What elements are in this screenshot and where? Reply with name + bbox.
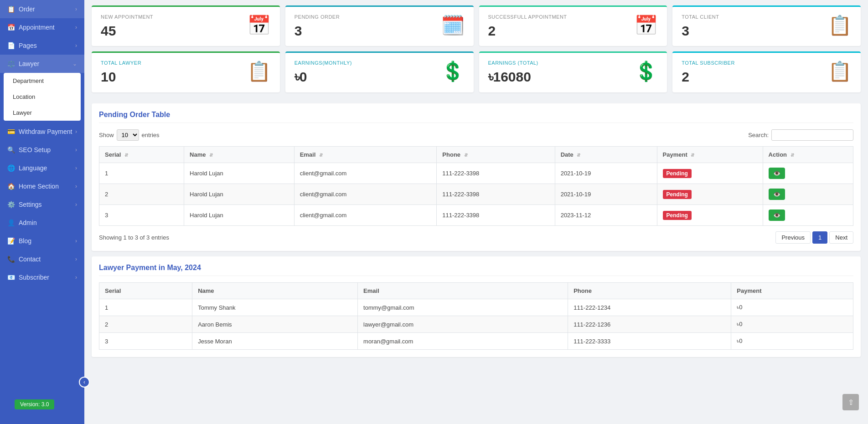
- showing-text: Showing 1 to 3 of 3 entries: [99, 234, 169, 241]
- submenu-item-department[interactable]: Department: [4, 73, 81, 89]
- cell-date: 2021-10-19: [555, 184, 657, 205]
- list-icon: 📋: [828, 14, 852, 36]
- stat-card-new-appointment: NEW APPOINTMENT 45 📅: [92, 5, 280, 46]
- chevron-right-icon: ›: [75, 6, 77, 12]
- sidebar-item-seo-setup[interactable]: 🔍 SEO Setup ›: [0, 141, 84, 159]
- sidebar-item-pages[interactable]: 📄 Pages ›: [0, 36, 84, 55]
- sort-icon-payment: ⇵: [691, 153, 694, 158]
- view-button[interactable]: 👁️: [769, 168, 785, 179]
- chevron-right-icon: ›: [75, 147, 77, 153]
- cell-payment: Pending: [657, 163, 763, 184]
- cell-serial: 3: [99, 205, 184, 226]
- chevron-right-icon: ›: [75, 165, 77, 171]
- table-row: 3 Harold Lujan client@gmail.com 111-222-…: [99, 205, 853, 226]
- sidebar-item-label: Lawyer: [19, 60, 39, 67]
- chevron-right-icon: ›: [75, 128, 77, 135]
- version-badge: Version: 3.0: [15, 399, 54, 409]
- lawyer-payment-table: Serial Name Email Phone Payment 1 Tommy …: [99, 282, 853, 350]
- table-row: 3 Jesse Moran moran@gmail.com 111-222-33…: [99, 333, 853, 350]
- lawyer-stat-icon: 📋: [247, 60, 271, 82]
- seo-icon: 🔍: [7, 146, 15, 153]
- cell-serial: 1: [99, 299, 192, 316]
- payment-badge: Pending: [663, 190, 692, 199]
- stat-value-total-lawyer: 10: [101, 69, 141, 85]
- search-label: Search:: [748, 132, 769, 138]
- sidebar-item-appointment[interactable]: 📅 Appointment ›: [0, 18, 84, 36]
- stat-value-earnings-total: ৳16080: [488, 69, 538, 85]
- admin-icon: 👤: [7, 219, 15, 226]
- search-control: Search:: [748, 129, 853, 141]
- sidebar-item-home-section[interactable]: 🏠 Home Section ›: [0, 177, 84, 195]
- calendar2-icon: 🗓️: [441, 14, 465, 36]
- view-button[interactable]: 👁️: [769, 189, 785, 200]
- cell-payment: ৳0: [731, 316, 853, 333]
- cell-name: Harold Lujan: [184, 205, 294, 226]
- page-1-button[interactable]: 1: [812, 231, 827, 244]
- chevron-right-icon: ›: [75, 183, 77, 189]
- sidebar-item-admin[interactable]: 👤 Admin: [0, 214, 84, 232]
- cell-date: 2021-10-19: [555, 163, 657, 184]
- sidebar-collapse-button[interactable]: ‹: [79, 377, 90, 388]
- calendar3-icon: 📅: [634, 14, 658, 36]
- col-date: Date ⇵: [555, 147, 657, 163]
- submenu-item-lawyer[interactable]: Lawyer: [4, 105, 81, 121]
- stat-card-earnings-total: EARNINGS (TOTAL) ৳16080 💲: [479, 51, 667, 92]
- cell-name: Jesse Moran: [192, 333, 358, 350]
- search-input[interactable]: [771, 129, 853, 141]
- cell-payment: Pending: [657, 205, 763, 226]
- sort-icon-serial: ⇵: [124, 153, 128, 158]
- entries-select[interactable]: 10 25 50: [117, 129, 139, 141]
- lawyer-icon: ⚖️: [7, 60, 15, 67]
- entries-label: entries: [142, 132, 160, 138]
- cell-action: 👁️: [763, 205, 853, 226]
- sidebar-item-label: Language: [19, 164, 47, 172]
- show-label: Show: [99, 132, 114, 138]
- dollar-monthly-icon: 💲: [441, 60, 465, 82]
- pending-order-table-section: Pending Order Table Show 10 25 50 entrie…: [92, 103, 861, 251]
- sidebar-item-label: Subscriber: [19, 274, 49, 281]
- sidebar-item-order[interactable]: 📋 Order ›: [0, 0, 84, 18]
- dollar-total-icon: 💲: [634, 60, 658, 82]
- sidebar-item-subscriber[interactable]: 📧 Subscriber ›: [0, 268, 84, 286]
- sidebar-item-label: Admin: [19, 219, 37, 226]
- stat-label-earnings-total: EARNINGS (TOTAL): [488, 60, 538, 66]
- sort-icon-action: ⇵: [790, 153, 794, 158]
- sidebar-item-withdraw-payment[interactable]: 💳 Withdraw Payment ›: [0, 123, 84, 141]
- sidebar-item-label: Order: [19, 5, 35, 13]
- sidebar-item-language[interactable]: 🌐 Language ›: [0, 159, 84, 177]
- sidebar-item-label: Withdraw Payment: [19, 128, 72, 135]
- chevron-right-icon: ›: [75, 274, 77, 281]
- col-name: Name ⇵: [184, 147, 294, 163]
- cell-name: Harold Lujan: [184, 184, 294, 205]
- lp-col-payment: Payment: [731, 283, 853, 299]
- stat-card-earnings-monthly: EARNINGS(MONTHLY) ৳0 💲: [285, 51, 474, 92]
- lp-col-phone: Phone: [568, 283, 731, 299]
- blog-icon: 📝: [7, 237, 15, 245]
- sidebar-item-label: Blog: [19, 237, 31, 245]
- cell-phone: 111-222-3333: [568, 333, 731, 350]
- pending-order-title: Pending Order Table: [99, 111, 853, 123]
- submenu-item-location[interactable]: Location: [4, 89, 81, 105]
- sidebar-item-lawyer[interactable]: ⚖️ Lawyer ⌄: [0, 55, 84, 73]
- view-button[interactable]: 👁️: [769, 209, 785, 221]
- sidebar-item-contact[interactable]: 📞 Contact ›: [0, 250, 84, 268]
- pages-icon: 📄: [7, 42, 15, 49]
- subscriber-stat-icon: 📋: [828, 60, 852, 82]
- sidebar-item-blog[interactable]: 📝 Blog ›: [0, 232, 84, 250]
- next-button[interactable]: Next: [829, 231, 853, 244]
- main-content: NEW APPOINTMENT 45 📅 PENDING ORDER 3 🗓️ …: [84, 0, 868, 424]
- previous-button[interactable]: Previous: [775, 231, 811, 244]
- sidebar-item-settings[interactable]: ⚙️ Settings ›: [0, 195, 84, 214]
- cell-phone: 111-222-3398: [437, 163, 555, 184]
- scroll-to-top-button[interactable]: ⇧: [842, 394, 859, 410]
- pagination-row: Showing 1 to 3 of 3 entries Previous 1 N…: [99, 231, 853, 244]
- cell-phone: 111-222-1236: [568, 316, 731, 333]
- sort-icon-date: ⇵: [577, 153, 580, 158]
- lp-col-serial: Serial: [99, 283, 192, 299]
- payment-badge: Pending: [663, 169, 692, 178]
- stat-label-total-lawyer: TOTAL LAWYER: [101, 60, 141, 66]
- withdraw-icon: 💳: [7, 128, 15, 135]
- cell-email: moran@gmail.com: [358, 333, 568, 350]
- stat-label-pending-order: PENDING ORDER: [294, 14, 340, 20]
- stat-label-earnings-monthly: EARNINGS(MONTHLY): [294, 60, 352, 66]
